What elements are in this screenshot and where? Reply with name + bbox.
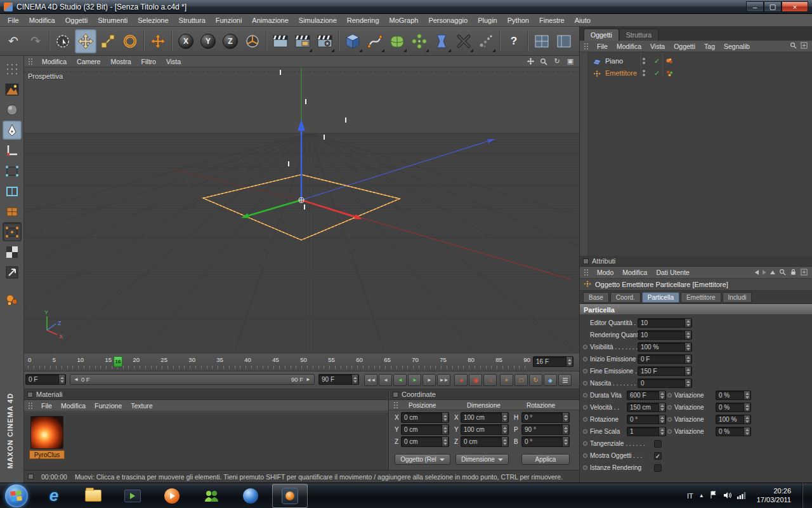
stepper-icon[interactable] — [684, 379, 691, 387]
attributes-menu-dati-utente[interactable]: Dati Utente — [652, 267, 693, 277]
materials-menu-modifica[interactable]: Modifica — [57, 401, 89, 411]
enabled-check-icon[interactable]: ✓ — [654, 57, 660, 65]
play-reverse-button[interactable]: ◄ — [393, 374, 407, 386]
point-selection-mode[interactable] — [3, 222, 22, 241]
goto-start-button[interactable]: ◄◄ — [364, 374, 377, 386]
object-row-emettitore[interactable]: Emettitore ✓ — [588, 68, 812, 79]
stepper-icon[interactable] — [562, 413, 568, 422]
lifetime-field[interactable]: 600 F — [627, 391, 666, 400]
menu-modifica[interactable]: Modifica — [24, 15, 60, 26]
z-axis-toggle[interactable]: Z — [219, 29, 241, 53]
stepper-icon[interactable] — [58, 375, 65, 384]
end-scale-field[interactable]: 1 — [627, 427, 666, 436]
pos-x-field[interactable]: 0 cm — [401, 412, 449, 423]
speed-variation-field[interactable]: 0 % — [716, 403, 751, 412]
objects-menu-vista[interactable]: Vista — [646, 41, 669, 51]
stepper-icon[interactable] — [743, 403, 750, 411]
add-cube-button[interactable] — [342, 29, 363, 53]
keyframe-dot-icon[interactable] — [583, 441, 587, 446]
start-frame-field[interactable]: 0 F — [25, 374, 66, 385]
pos-y-field[interactable]: 0 cm — [401, 424, 449, 435]
editor-quantity-field[interactable]: 10 — [638, 318, 692, 328]
snap-settings[interactable] — [3, 263, 22, 282]
action-center-icon[interactable] — [710, 491, 717, 500]
objects-menu-segnalibri[interactable]: Segnalib — [720, 41, 754, 51]
material-thumbnail-pyrocluster[interactable] — [30, 416, 63, 449]
lifetime-variation-field[interactable]: 0 % — [716, 391, 751, 400]
menu-rendering[interactable]: Rendering — [342, 15, 384, 26]
keyframe-dot-icon[interactable] — [583, 465, 587, 470]
stepper-icon[interactable] — [501, 425, 508, 434]
keyframe-dot-icon[interactable] — [583, 405, 587, 410]
make-editable-mode[interactable] — [3, 121, 22, 140]
particle-section-header[interactable]: Particella — [580, 304, 812, 315]
lock-icon[interactable] — [790, 268, 797, 277]
add-subdivision-button[interactable] — [386, 29, 408, 53]
dim-y-field[interactable]: 100 cm — [461, 424, 509, 435]
add-spline-button[interactable] — [364, 29, 386, 53]
menu-struttura[interactable]: Struttura — [174, 15, 211, 26]
stepper-icon[interactable] — [743, 391, 750, 399]
menu-finestre[interactable]: Finestre — [534, 15, 570, 26]
stepper-icon[interactable] — [684, 331, 691, 339]
keyframe-selection-button[interactable]: ○ — [483, 374, 497, 386]
attributes-menu-grip[interactable] — [584, 269, 589, 276]
keyframe-dot-icon[interactable] — [583, 453, 587, 458]
viewport-menu-filtro[interactable]: Filtro — [137, 57, 160, 67]
key-position-toggle[interactable]: + — [500, 374, 513, 386]
keyframe-dot-icon[interactable] — [667, 417, 672, 422]
add-deformer-button[interactable] — [431, 29, 452, 53]
stepper-icon[interactable] — [501, 413, 508, 422]
viewport-menu-mostra[interactable]: Mostra — [106, 57, 135, 67]
add-panel-icon[interactable] — [801, 42, 808, 50]
tab-emettitore[interactable]: Emettitore — [681, 292, 721, 303]
menu-mograph[interactable]: MoGraph — [384, 15, 424, 26]
close-button[interactable]: × — [782, 1, 808, 12]
menu-simulazione[interactable]: Simulazione — [294, 15, 342, 26]
keyframe-dot-icon[interactable] — [583, 369, 587, 373]
texture-view-mode[interactable] — [3, 80, 22, 99]
menu-oggetti[interactable]: Oggetti — [60, 15, 93, 26]
viewport-menu-grip[interactable] — [28, 58, 34, 65]
x-axis-toggle[interactable]: X — [175, 29, 197, 53]
stepper-icon[interactable] — [684, 355, 691, 363]
history-forward-icon[interactable] — [763, 270, 766, 275]
render-picture-viewer-button[interactable] — [292, 29, 313, 53]
record-keyframe-button[interactable]: ● — [454, 374, 468, 386]
taskbar-media-player-button[interactable] — [154, 484, 190, 508]
language-indicator[interactable]: IT — [687, 492, 693, 500]
live-selection-tool[interactable] — [53, 29, 74, 53]
zoom-view-icon[interactable] — [539, 57, 549, 66]
viewport-menu-modifica[interactable]: Modifica — [37, 57, 71, 67]
object-name[interactable]: Piano — [605, 57, 623, 65]
tab-base[interactable]: Base — [583, 292, 609, 303]
rotate-view-icon[interactable]: ↻ — [552, 57, 562, 66]
tab-coord[interactable]: Coord. — [610, 292, 641, 303]
stepper-icon[interactable] — [658, 391, 665, 399]
timeline-options-button[interactable] — [558, 374, 572, 386]
search-icon[interactable] — [779, 269, 786, 277]
visibility-dots-icon[interactable] — [643, 70, 645, 76]
keyframe-dot-icon[interactable] — [583, 357, 587, 361]
tab-particella[interactable]: Particella — [642, 292, 679, 303]
render-instances-checkbox[interactable] — [654, 464, 662, 472]
rotate-tool[interactable] — [119, 29, 141, 53]
add-environment-button[interactable] — [453, 29, 475, 53]
rotation-variation-field[interactable]: 100 % — [716, 415, 751, 424]
stepper-icon[interactable] — [684, 319, 691, 327]
timeline-scrollbar[interactable]: ◄ 0 F 90 F ► — [70, 374, 315, 385]
menu-personaggio[interactable]: Personaggio — [423, 15, 473, 26]
stepper-icon[interactable] — [562, 425, 568, 434]
maximize-button[interactable]: ▢ — [764, 1, 782, 12]
stepper-icon[interactable] — [566, 357, 572, 366]
particle-tag-icon[interactable] — [665, 69, 674, 79]
polygons-mode[interactable] — [3, 202, 22, 221]
render-settings-button[interactable] — [314, 29, 336, 53]
stepper-icon[interactable] — [658, 415, 665, 424]
menu-plugin[interactable]: Plugin — [473, 15, 502, 26]
y-axis-toggle[interactable]: Y — [197, 29, 219, 53]
apply-button[interactable]: Applica — [521, 454, 570, 465]
speed-field[interactable]: 150 cm — [627, 403, 666, 412]
keyframe-dot-icon[interactable] — [583, 393, 587, 398]
taskbar-explorer-button[interactable] — [75, 484, 111, 508]
